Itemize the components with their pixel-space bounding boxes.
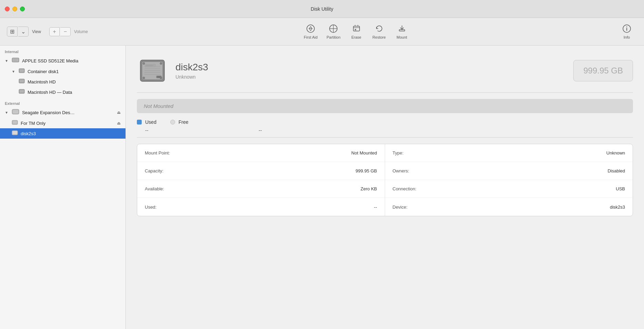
mount-point-val: Not Mounted [351, 150, 377, 156]
type-val: Unknown [606, 150, 625, 156]
sidebar-item-seagate[interactable]: ▼ Seagate Expansion Des… ⏏ [0, 107, 125, 118]
volume-ext-icon-selected [12, 130, 18, 137]
close-button[interactable] [5, 7, 10, 11]
view-chevron-button[interactable]: ⌄ [18, 27, 29, 37]
info-row-used: Used: -- [137, 198, 385, 216]
partition-button[interactable]: Partition [323, 22, 344, 41]
sidebar-item-for-tm-only[interactable]: For TM Only ⏏ [0, 118, 125, 128]
section-label-external: External [0, 100, 125, 107]
chevron-down-icon: ⌄ [21, 28, 26, 35]
owners-val: Disabled [607, 168, 625, 173]
first-aid-label: First Aid [304, 35, 318, 39]
free-item: Free [170, 119, 189, 125]
svg-point-47 [160, 62, 162, 64]
erase-button[interactable]: Erase [346, 22, 367, 41]
info-button[interactable]: Info [616, 22, 637, 41]
svg-rect-16 [13, 59, 18, 61]
chevron-icon: ▼ [5, 59, 8, 63]
free-dot [170, 120, 175, 124]
used-val: -- [374, 205, 377, 210]
restore-button[interactable]: Restore [369, 22, 390, 41]
mount-status-bar: Not Mounted [137, 99, 633, 113]
usage-values-row: -- -- [137, 128, 633, 133]
disk-name-label: disk2s3 [175, 62, 566, 73]
connection-key: Connection: [393, 186, 416, 191]
first-aid-button[interactable]: First Aid [300, 22, 321, 41]
info-icon [622, 24, 631, 34]
used-item: Used [137, 119, 157, 125]
svg-rect-55 [145, 64, 155, 67]
erase-icon [352, 24, 361, 34]
sidebar-item-apple-ssd[interactable]: ▼ APPLE SSD SD512E Media [0, 55, 125, 66]
free-label: Free [179, 119, 189, 125]
mount-point-key: Mount Point: [145, 150, 170, 156]
add-volume-button[interactable]: + [49, 27, 60, 36]
sidebar-section-external: External ▼ Seagate Expansion Des… ⏏ [0, 100, 125, 139]
sidebar-item-macintosh-hd[interactable]: Macintosh HD [0, 77, 125, 87]
info-table: Mount Point: Not Mounted Capacity: 999.9… [137, 144, 633, 216]
available-val: Zero KB [361, 186, 377, 191]
sidebar-item-macintosh-hd-data[interactable]: Macintosh HD — Data [0, 87, 125, 97]
minimize-button[interactable] [12, 7, 17, 11]
device-key: Device: [393, 205, 407, 210]
svg-point-12 [626, 26, 627, 27]
disk-icon-wrapper [137, 55, 168, 86]
info-column-left: Mount Point: Not Mounted Capacity: 999.9… [137, 144, 385, 216]
disk-header: disk2s3 Unknown 999.95 GB [137, 55, 633, 93]
view-toggle: ⊞ ⌄ [7, 27, 29, 37]
window-controls [5, 7, 25, 11]
remove-volume-button[interactable]: − [60, 27, 71, 36]
volume-label: Volume [74, 29, 88, 34]
sidebar-item-label: Macintosh HD — Data [28, 90, 72, 95]
usage-section: Used Free -- -- [137, 119, 633, 138]
info-row-available: Available: Zero KB [137, 180, 385, 198]
sidebar-item-label: Seagate Expansion Des… [22, 110, 74, 115]
svg-rect-36 [13, 121, 17, 123]
svg-point-48 [143, 77, 145, 79]
sidebar-item-disk2s3[interactable]: disk2s3 [0, 128, 125, 139]
restore-label: Restore [372, 35, 386, 39]
used-key: Used: [145, 205, 157, 210]
type-key: Type: [393, 150, 404, 156]
svg-rect-28 [20, 90, 24, 92]
info-row-type: Type: Unknown [385, 144, 633, 162]
svg-rect-5 [353, 26, 360, 31]
mount-icon [398, 24, 406, 34]
sidebar-item-label: For TM Only [21, 121, 46, 126]
capacity-key: Capacity: [145, 168, 163, 173]
info-row-mount-point: Mount Point: Not Mounted [137, 144, 385, 162]
sidebar-item-label: disk2s3 [21, 131, 36, 136]
capacity-val: 999.95 GB [355, 168, 377, 173]
svg-rect-9 [399, 30, 405, 31]
maximize-button[interactable] [20, 7, 25, 11]
sidebar-item-label: Macintosh HD [28, 79, 56, 84]
view-sidebar-button[interactable]: ⊞ [7, 27, 18, 37]
eject-icon[interactable]: ⏏ [117, 121, 121, 126]
device-val: disk2s3 [610, 205, 625, 210]
eject-icon[interactable]: ⏏ [117, 110, 121, 115]
svg-rect-32 [13, 110, 18, 113]
volume-icon [19, 78, 25, 85]
section-label-internal: Internal [0, 48, 125, 55]
detail-panel: disk2s3 Unknown 999.95 GB Not Mounted Us… [126, 46, 644, 329]
mount-label: Mount [396, 35, 407, 39]
info-label: Info [624, 35, 630, 39]
sidebar-item-container-disk1[interactable]: ▼ Container disk1 [0, 66, 125, 77]
info-row-capacity: Capacity: 999.95 GB [137, 162, 385, 180]
info-row-owners: Owners: Disabled [385, 162, 633, 180]
disk-image [138, 56, 167, 86]
connection-val: USB [616, 186, 625, 191]
info-row-connection: Connection: USB [385, 180, 633, 198]
disk-type-label: Unknown [175, 74, 566, 80]
first-aid-icon [306, 24, 315, 34]
svg-point-46 [143, 62, 145, 64]
sidebar-view-icon: ⊞ [10, 28, 14, 35]
svg-rect-40 [13, 131, 17, 134]
info-column-right: Type: Unknown Owners: Disabled Connectio… [385, 144, 633, 216]
mount-button[interactable]: Mount [392, 22, 412, 41]
chevron-icon: ▼ [5, 111, 8, 114]
svg-rect-24 [20, 80, 24, 82]
owners-key: Owners: [393, 168, 409, 173]
hdd-icon [12, 57, 19, 64]
sidebar: Internal ▼ APPLE SSD SD512E Media [0, 46, 126, 329]
